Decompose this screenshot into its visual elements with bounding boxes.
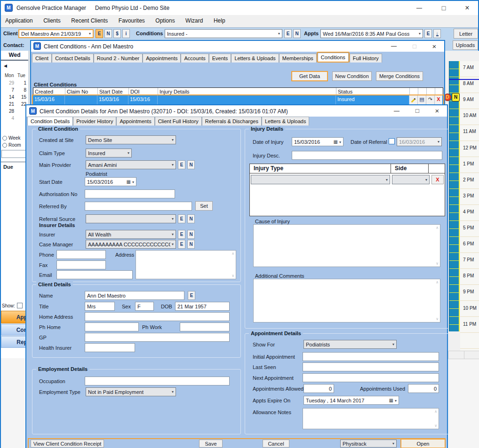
minimize-button[interactable]: — [384,41,404,51]
menu-help[interactable]: Help [209,15,230,26]
scroll-down-icon[interactable]: ∨ [436,261,439,266]
fax-input[interactable] [56,260,106,269]
row-delete-button[interactable]: X [435,95,442,105]
conditions-combobox[interactable]: Insured - ▾ [165,29,282,38]
provider-edit-button[interactable]: E [178,160,185,169]
appts-combobox[interactable]: Wed 16/Mar/2016 8:35 AM Paul Goss ▾ [320,29,423,38]
calendar-date[interactable]: 28 [5,109,14,114]
authorisation-no-input[interactable] [85,189,175,198]
allowance-notes-textarea[interactable]: ∧∨ [303,408,439,429]
condition-new-button[interactable]: N [293,29,301,38]
appt-edit-button[interactable]: E [424,29,432,38]
date-of-referral-combobox[interactable]: 16/03/2016▾ [397,137,442,146]
referral-edit-button[interactable]: E [178,214,185,223]
calendar-date[interactable]: 22 [17,102,26,107]
scroll-up-icon[interactable]: ∧ [436,226,439,230]
scroll-up-icon[interactable]: ∧ [436,280,439,284]
maximize-button[interactable]: □ [432,1,455,15]
date-of-injury-picker[interactable]: 15/03/2016▦▾ [292,137,343,146]
injury-desc-input[interactable] [292,151,442,160]
maximize-button[interactable]: □ [407,105,427,116]
appointments-allowed-input[interactable]: 0 [303,384,334,393]
menu-favourites[interactable]: Favourites [114,15,149,26]
menu-options[interactable]: Options [151,15,179,26]
additional-comments-textarea[interactable]: ∧∨ [253,279,440,322]
insurer-new-button[interactable]: N [187,230,195,239]
employment-type-combobox[interactable]: Not in Paid Employment▾ [86,387,176,396]
tab-letters-uploads[interactable]: Letters & Uploads [262,117,309,126]
calendar-date[interactable]: 29 [5,80,14,86]
physitrack-combobox[interactable]: Physitrack▾ [340,440,397,448]
view-client-condition-receipt-button[interactable]: View Client Condition Receipt [31,440,104,448]
insurer-edit-button[interactable]: E [178,230,185,239]
referral-source-combobox[interactable]: ▾ [86,214,176,223]
client-edit-button[interactable]: E [96,29,103,38]
ph-work-input[interactable] [180,322,230,331]
tab-accounts[interactable]: Accounts [181,54,208,63]
tab-conditions[interactable]: Conditions [318,53,349,62]
scroll-up-icon[interactable]: ∧ [232,252,234,256]
week-radio[interactable] [2,136,7,141]
tab-appointments[interactable]: Appointments [143,54,181,63]
provider-new-button[interactable]: N [187,160,195,169]
client-new-button[interactable]: N [104,29,112,38]
cause-of-injury-textarea[interactable]: ∧∨ [253,224,440,267]
nav-appointments-button[interactable]: App [1,311,29,323]
minimize-button[interactable]: — [387,105,407,116]
insurer-address-textarea[interactable]: ∧∨ [136,250,236,279]
initial-appointment-input[interactable] [303,352,439,361]
menu-wizard[interactable]: Wizard [181,15,207,26]
menu-recent-clients[interactable]: Recent Clients [67,15,112,26]
close-button[interactable]: × [456,1,478,15]
close-button[interactable]: × [428,105,446,116]
phone-input[interactable] [56,250,106,259]
tab-appointments[interactable]: Appointments [116,117,154,126]
name-input[interactable]: Ann Del Maestro [85,291,184,300]
row-receipt-button[interactable]: ▤ [418,95,426,105]
appt-download-button[interactable]: ↓ [433,29,441,38]
insurer-combobox[interactable]: All Wealth▾ [86,230,176,239]
scroll-down-icon[interactable]: ∨ [232,274,234,278]
tab-condition-details[interactable]: Condition Details [27,117,73,126]
condition-edit-button[interactable]: E [284,29,292,38]
uploads-button[interactable]: Uploads [453,40,478,50]
email-input[interactable] [56,270,133,279]
tab-client-full-history[interactable]: Client Full History [155,117,202,126]
calendar-date[interactable]: 7 [5,87,14,93]
calendar-date[interactable]: 21 [5,102,14,107]
title-input[interactable]: Mrs [85,302,115,311]
show-checkbox[interactable] [17,303,23,308]
calendar-date[interactable]: 1 [17,80,26,86]
dob-input[interactable]: 21 Mar 1957 [175,302,230,311]
nav-contacts-button[interactable]: Con [1,324,29,336]
open-button[interactable]: Open [400,439,446,448]
sidebar-filter-input[interactable] [1,150,28,158]
home-address-input[interactable] [85,312,230,321]
calendar-date[interactable]: 4 [5,116,14,121]
minimize-button[interactable]: — [407,1,431,15]
injury-type-delete-button[interactable]: X [431,175,444,184]
row-reassign-button[interactable]: ↷ [426,95,435,105]
calendar-date[interactable]: 14 [5,94,14,100]
letter-button[interactable]: Letter [454,29,478,39]
merge-conditions-button[interactable]: Merge Conditions [376,71,423,81]
referral-new-button[interactable]: N [187,214,195,223]
created-at-site-combobox[interactable]: Demo Site▾ [86,135,176,144]
calendar-date[interactable]: 15 [17,94,26,100]
calendar-back-icon[interactable]: ◀ [4,63,7,68]
date-of-referral-checkbox[interactable] [389,138,395,144]
menu-clients[interactable]: Clients [39,15,65,26]
row-edit-button[interactable] [409,95,418,105]
tab-full-history[interactable]: Full History [350,54,382,63]
appointments-used-input[interactable]: 0 [408,384,439,393]
nav-reports-button[interactable]: Rep [1,336,29,348]
start-date-picker[interactable]: 15/03/2016▦▾ [85,177,136,186]
ph-home-input[interactable] [85,322,139,331]
health-insurer-input[interactable] [85,343,135,352]
room-radio[interactable] [2,143,7,148]
injury-side-combobox[interactable]: ▾ [392,175,430,184]
name-edit-button[interactable]: E [188,291,195,300]
get-data-button[interactable]: Get Data [291,71,328,81]
case-manager-edit-button[interactable]: E [178,240,185,249]
main-provider-combobox[interactable]: Amani Amini▾ [86,160,176,169]
